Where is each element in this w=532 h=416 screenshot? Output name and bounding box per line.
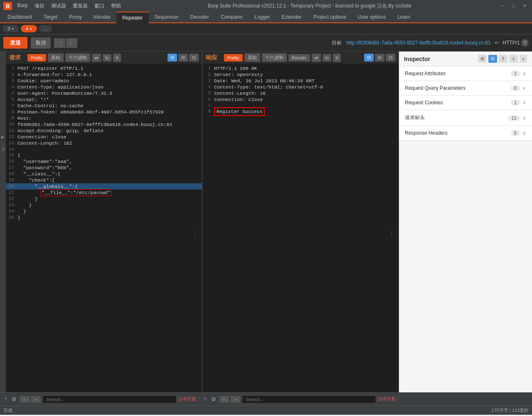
tab-repeater[interactable]: Repeater — [116, 12, 148, 23]
edit-icon[interactable]: ✏ — [495, 40, 499, 46]
res-layout-max[interactable]: ⊡ — [386, 54, 395, 62]
menu-project[interactable]: 项目 — [34, 2, 44, 10]
close-button[interactable]: × — [521, 2, 529, 10]
code-line: 8Postman-Token: ab6a0e8d-80cf-4087-bd54-… — [6, 109, 202, 115]
left-gear-icon[interactable]: ⚙ — [10, 395, 18, 403]
sub-tab-3[interactable]: 3 × — [2, 25, 19, 32]
inspector-icon-sort-desc[interactable]: ⇓ — [509, 55, 518, 63]
inspector-row-count: 11 ∨ — [508, 115, 526, 121]
request-panel: 请求 Pretty 原始 十六进制 ⇌ \n ≡ ⊟ ⊟ ⊡ 1POST /re… — [6, 52, 202, 392]
window-title: Burp Suite Professional v2021.12.1 - Tem… — [121, 2, 498, 10]
target-url[interactable]: http://f0306d81-7a8a-4550-8027-6efffc3ba… — [346, 40, 490, 46]
tab-learn[interactable]: Learn — [392, 12, 416, 22]
tab-proxy[interactable]: Proxy — [63, 12, 88, 22]
tab-logger[interactable]: Logger — [249, 12, 276, 22]
minimize-button[interactable]: − — [498, 2, 506, 10]
req-view-pretty[interactable]: Pretty — [27, 54, 46, 62]
req-layout-max[interactable]: ⊡ — [189, 54, 199, 62]
res-menu-icon[interactable]: ≡ — [333, 54, 341, 62]
res-nl-icon[interactable]: \n — [323, 54, 331, 62]
maximize-button[interactable]: □ — [510, 2, 517, 10]
res-view-render[interactable]: Render — [288, 54, 310, 62]
response-code-area[interactable]: 1HTTP/1.1 200 OK 2Server: openresty 3Dat… — [202, 64, 399, 392]
response-label: 响应 — [206, 54, 217, 62]
cancel-button[interactable]: 取消 — [31, 37, 51, 49]
app-logo: B — [3, 2, 12, 10]
code-line: 5Content-Length: 16 — [202, 90, 399, 96]
help-icon[interactable]: ? — [521, 39, 529, 47]
inspector-icon-list[interactable]: ⊟ — [488, 55, 497, 63]
req-layout-vert[interactable]: ⊟ — [178, 54, 188, 62]
right-search-prev[interactable]: ← — [219, 396, 229, 403]
toolbar: 发送 取消 〈 〉 目标 http://f0306d81-7a8a-4550-8… — [0, 34, 532, 52]
res-view-hex[interactable]: 十六进制 — [262, 53, 287, 62]
inspector-row-cookies[interactable]: Request Cookies 1 ∨ — [399, 96, 532, 110]
left-search-input[interactable] — [42, 395, 177, 404]
tab-target[interactable]: Target — [38, 12, 63, 22]
menu-burp[interactable]: Burp — [17, 2, 27, 10]
req-layout-split[interactable]: ⊟ — [167, 54, 177, 62]
status-bar: 完成 170字节 | 113毫秒 — [0, 406, 532, 415]
right-search-input[interactable] — [242, 395, 376, 404]
code-line: 6Connection: close — [202, 96, 399, 103]
code-line: 7Cache-Control: no-cache — [6, 103, 202, 109]
inspector-row-query-params[interactable]: Request Query Parameters 0 ∨ — [399, 81, 532, 96]
right-search-next[interactable]: → — [231, 396, 240, 403]
code-line: 12Connection: close — [6, 134, 202, 140]
code-line: 4Content-Type: application/json — [6, 84, 202, 90]
sub-tab-4[interactable]: 4 × — [21, 25, 37, 32]
req-view-raw[interactable]: 原始 — [48, 53, 64, 62]
next-button[interactable]: 〉 — [66, 38, 77, 48]
res-view-raw[interactable]: 原始 — [244, 53, 260, 62]
req-menu-icon[interactable]: ≡ — [113, 54, 121, 62]
right-gear-icon[interactable]: ⚙ — [209, 395, 218, 403]
inspector-row-request-attributes[interactable]: Request Attributes 2 ∨ — [399, 66, 532, 81]
code-line: 17 "password":"bbb", — [6, 165, 202, 171]
tab-project-options[interactable]: Project options — [308, 12, 352, 22]
menu-tester[interactable]: 测试器 — [51, 2, 66, 10]
tab-intruder[interactable]: Intruder — [88, 12, 116, 22]
inspector-row-request-headers[interactable]: 请求标头 11 ∨ — [399, 110, 532, 126]
code-line: 6Accept: */* — [6, 96, 202, 103]
res-layout-split[interactable]: ⊟ — [364, 54, 374, 62]
target-text: 目标 — [332, 40, 342, 46]
res-layout-vert[interactable]: ⊟ — [375, 54, 384, 62]
code-line: 9Host: — [6, 115, 202, 121]
code-line: 2x-forwarded-for: 127.0.0.1 — [6, 71, 202, 78]
inspector-icon-grid[interactable]: ⊞ — [478, 55, 487, 63]
tab-user-options[interactable]: User options — [352, 12, 392, 22]
inspector-row-response-headers[interactable]: Response Headers 5 ∨ — [399, 126, 532, 140]
menu-help[interactable]: 帮助 — [111, 2, 121, 10]
prev-button[interactable]: 〈 — [54, 38, 65, 48]
left-help-icon[interactable]: ? — [2, 396, 8, 403]
right-help-icon[interactable]: ? — [202, 396, 208, 403]
res-wrap-icon[interactable]: ⇌ — [312, 54, 321, 62]
send-button[interactable]: 发送 — [3, 37, 27, 49]
req-wrap-icon[interactable]: ⇌ — [92, 54, 101, 62]
menu-window[interactable]: 窗口 — [94, 2, 104, 10]
tab-sequencer[interactable]: Sequencer — [149, 12, 185, 22]
chevron-icon: ∨ — [522, 115, 526, 121]
inspector-title: Inspector — [404, 56, 430, 62]
left-search-next[interactable]: → — [31, 396, 41, 403]
inspector-header: Inspector ⊞ ⊟ ⇑ ⇓ × — [399, 52, 532, 66]
menu-resender[interactable]: 重发器 — [73, 2, 88, 10]
inspector-icon-sort-asc[interactable]: ⇑ — [499, 55, 507, 63]
code-line: 5User-Agent: PostmanRuntime/7.32.3 — [6, 90, 202, 96]
request-code-area[interactable]: 1POST /register HTTP/1.1 2x-forwarded-fo… — [6, 64, 202, 392]
tab-comparer[interactable]: Comparer — [215, 12, 249, 22]
response-panel: 响应 Pretty 原始 十六进制 Render ⇌ \n ≡ ⊟ ⊟ ⊡ 1H… — [202, 52, 399, 392]
tab-decoder[interactable]: Decoder — [185, 12, 215, 22]
req-view-hex[interactable]: 十六进制 — [65, 53, 90, 62]
inspector-close[interactable]: × — [520, 55, 527, 63]
count-badge: 1 — [511, 100, 520, 106]
res-view-pretty[interactable]: Pretty — [224, 54, 243, 62]
left-search-prev[interactable]: ← — [20, 396, 30, 403]
code-line: 16 "username":"aaa", — [6, 158, 202, 165]
sub-tab-more[interactable]: ... — [39, 25, 52, 32]
chevron-icon: ∨ — [522, 130, 526, 136]
req-nl-icon[interactable]: \n — [103, 54, 111, 62]
count-badge: 5 — [511, 130, 520, 136]
tab-dashboard[interactable]: Dashboard — [2, 12, 38, 22]
tab-extender[interactable]: Extender — [276, 12, 308, 22]
